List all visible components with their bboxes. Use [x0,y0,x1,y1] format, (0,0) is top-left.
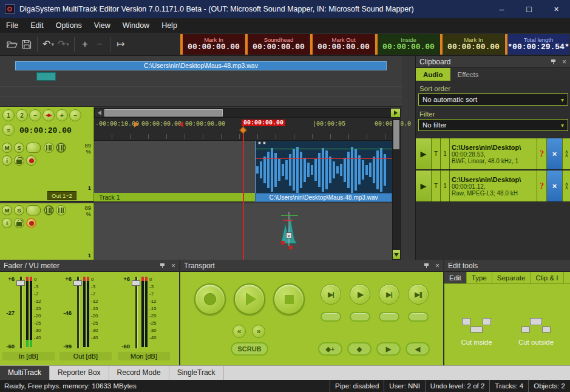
item-delete-button[interactable]: × [547,138,563,169]
vertical-scrollbar[interactable] [392,119,401,260]
track2-solo-button[interactable]: S [14,205,24,215]
loop-button[interactable] [408,312,429,322]
overview-file-bar[interactable]: C:\Users\nin\Desktop\Maus-48.mp3.wav [15,61,387,70]
undo-button[interactable]: ↶▾ [41,36,56,53]
loop-button[interactable] [379,312,399,322]
vertical-scroll-thumb[interactable] [393,120,399,149]
track1-clip-label[interactable]: C:\Users\nin\Desktop\Maus-48.mp3.wav [255,193,392,202]
track1-meter-b-button[interactable] [56,143,66,153]
forward-button[interactable]: » [252,325,265,338]
pin-icon[interactable] [160,263,166,269]
pin-icon[interactable] [551,59,557,65]
open-file-button[interactable] [5,36,19,53]
edit-point-marker[interactable] [281,241,285,245]
goto-marker-button[interactable]: ↦ [114,36,128,53]
marker-button[interactable]: ◆ [347,342,372,356]
next-marker-button[interactable]: ▶ [376,342,401,356]
menu-view[interactable]: View [88,18,117,33]
menu-help[interactable]: Help [155,18,183,33]
rewind-button[interactable]: « [232,325,246,338]
loop-button[interactable] [321,312,341,322]
wave-zoom-button[interactable]: ≈ [2,124,15,136]
expand-button[interactable]: + [56,109,68,121]
play-to-in-button[interactable]: ▶| [321,284,341,305]
track2-info-button[interactable]: i [2,218,12,228]
mark-in-marker-icon[interactable] [134,121,138,127]
clipboard-item[interactable]: ▶ T 1 C:\Users\nin\Desktop\ 00:00:28.53,… [416,138,570,170]
maximize-button[interactable]: □ [515,0,543,18]
group-2-button[interactable]: 2 [16,109,28,121]
shrink-button[interactable]: – [69,109,81,121]
tab-singletrack[interactable]: SingleTrack [169,366,224,380]
cut-inside-button[interactable]: Cut inside [453,318,500,346]
item-play-button[interactable]: ▶ [416,138,432,169]
track2-lock-button[interactable] [14,218,24,228]
tab-multitrack[interactable]: MultiTrack [0,366,50,380]
edit-point-marker[interactable] [289,246,293,249]
cut-outside-button[interactable]: Cut outside [512,318,560,346]
slider-thumb[interactable] [73,280,82,286]
track2-mute-button[interactable]: M [2,205,12,215]
slider-thumb[interactable] [132,280,140,286]
in-fader-slider[interactable] [16,275,25,350]
clip-handle[interactable] [258,141,261,144]
track1-mute-button[interactable]: M [2,143,12,153]
tab-effects[interactable]: Effects [450,68,486,81]
tab-reporter-box[interactable]: Reporter Box [50,366,109,380]
menu-window[interactable]: Window [117,18,155,33]
prev-marker-button[interactable]: ◀ [405,342,430,356]
track1-clip[interactable] [255,141,392,193]
track2-meter-a-button[interactable] [44,205,54,215]
sort-order-select[interactable]: No automatic sort ▾ [418,93,568,106]
scroll-left-button[interactable] [95,109,104,117]
tab-record-mode[interactable]: Record Mode [109,366,169,380]
horizontal-scroll-thumb[interactable] [104,109,223,117]
close-panel-icon[interactable]: × [435,262,439,270]
save-button[interactable] [19,36,34,53]
collapse-button[interactable]: – [29,109,41,121]
out-fader-slider[interactable] [73,275,83,350]
close-panel-icon[interactable]: × [562,58,566,66]
track2-collapse-button[interactable] [26,205,41,215]
clipboard-item[interactable]: ▶ T 1 C:\Users\nin\Desktop\ 00:00:01.12,… [416,171,570,202]
tab-clip[interactable]: Clip & I [531,272,563,283]
item-info[interactable]: C:\Users\nin\Desktop\ 00:00:01.12, Raw, … [450,171,537,201]
slider-thumb[interactable] [16,280,25,286]
pin-icon[interactable] [424,263,430,269]
play-from-in-button[interactable]: |▶ [350,284,370,305]
mark-out-marker-icon[interactable] [179,121,183,127]
loop-button[interactable] [350,312,370,322]
add-marker-button[interactable]: ◆+ [318,342,342,356]
zoom-in-button[interactable]: + [78,36,92,53]
stop-button[interactable] [273,283,305,315]
item-delete-button[interactable]: × [547,171,563,201]
zoom-out-button[interactable]: − [92,36,107,53]
menu-options[interactable]: Options [50,18,88,33]
tab-separate[interactable]: Separate [492,272,531,283]
timeline-ruler[interactable]: -00:00:10.00 00:00:00.00 00:00:00.00 00:… [94,118,401,141]
track2-marker-v[interactable]: v [286,232,292,238]
menu-edit[interactable]: Edit [24,18,50,33]
redo-button[interactable]: ↷▾ [56,36,71,53]
track1-routing-button[interactable]: Out 1÷2 [47,191,76,200]
track1-collapse-button[interactable] [26,143,41,153]
item-play-button[interactable]: ▶ [416,171,432,201]
track2-record-button[interactable] [26,218,36,228]
overview-clip[interactable] [36,72,56,81]
play-from-out-button[interactable]: ▶|| [408,284,429,305]
pan-envelope-line[interactable] [256,158,393,159]
close-panel-icon[interactable]: × [171,262,175,270]
track1-meter-a-button[interactable] [44,143,54,153]
play-button[interactable] [234,283,265,315]
record-button[interactable] [194,283,226,315]
track1-solo-button[interactable]: S [14,143,24,153]
mon-fader-slider[interactable] [131,275,141,350]
item-move-up-button[interactable]: ∧ ∧ [563,138,570,169]
scroll-down-button[interactable] [393,250,400,259]
track1-info-button[interactable]: i [2,155,12,166]
playback-cursor[interactable] [243,124,244,260]
scroll-right-button[interactable] [391,109,400,117]
tab-audio[interactable]: Audio [416,68,450,81]
scrub-button[interactable]: SCRUB [231,342,268,356]
group-1-button[interactable]: 1 [2,109,15,121]
